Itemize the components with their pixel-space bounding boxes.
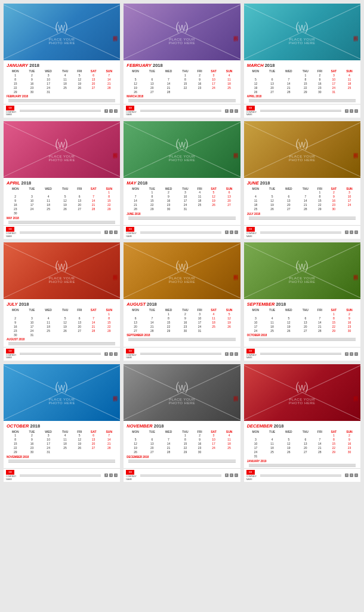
cal-day: 7 xyxy=(298,195,313,199)
cal-day: 24 xyxy=(206,446,221,450)
social-icon-t[interactable]: t xyxy=(350,230,353,234)
social-icon-in[interactable]: i xyxy=(354,473,358,477)
social-icon-t[interactable]: t xyxy=(109,473,113,477)
social-icon-f[interactable]: f xyxy=(345,230,348,234)
calendar-table: MONTUEWEDTHUFRISATSUN1234567891011121314… xyxy=(247,69,357,94)
cal-day: 6 xyxy=(280,195,298,199)
social-icon-in[interactable]: i xyxy=(235,230,238,234)
cal-day: 14 xyxy=(313,320,326,324)
cal-day: 10 xyxy=(206,77,221,81)
cal-day: 20 xyxy=(86,81,101,85)
company-name: COMPANYNAME xyxy=(126,111,136,116)
social-icon-in[interactable]: i xyxy=(354,352,358,356)
next-month-name: FEBRUARY 2018 xyxy=(7,95,28,98)
logo-box: CO xyxy=(126,349,134,353)
social-icon-t[interactable]: t xyxy=(350,473,353,477)
social-icon-t[interactable]: t xyxy=(230,109,233,113)
cal-day: 15 xyxy=(177,442,193,446)
social-icon-t[interactable]: t xyxy=(109,109,113,113)
cal-day: 4 xyxy=(247,195,265,199)
photo-area: 新图网⒲PLACE YOURPHOTO HERE xyxy=(244,121,360,178)
cal-day: 21 xyxy=(101,81,117,85)
cal-day: 22 xyxy=(101,203,117,207)
cal-day: 4 xyxy=(57,73,73,77)
cal-day: 22 xyxy=(326,446,341,450)
logo-box: CO xyxy=(126,106,134,110)
bottom-line xyxy=(140,232,221,232)
camera-icon: ⒲ xyxy=(176,20,189,36)
social-icon-in[interactable]: i xyxy=(235,473,238,477)
calendar-card-november: 新图网⒲PLACE YOURPHOTO HERENOVEMBER 2018MON… xyxy=(124,364,240,482)
cal-day: 12 xyxy=(73,77,86,81)
photo-area: 新图网⒲PLACE YOURPHOTO HERE xyxy=(4,4,120,60)
note-line xyxy=(128,460,235,460)
social-icon-t[interactable]: t xyxy=(230,352,233,356)
cal-day xyxy=(144,73,160,77)
cal-day: 9 xyxy=(7,199,24,203)
cal-day: 26 xyxy=(247,90,265,94)
social-icon-in[interactable]: i xyxy=(354,109,358,113)
social-icon-f[interactable]: f xyxy=(345,109,348,113)
cal-day: 5 xyxy=(264,195,280,199)
social-icon-in[interactable]: i xyxy=(235,109,238,113)
camera-icon: ⒲ xyxy=(55,137,68,153)
cal-day xyxy=(7,190,24,195)
cal-day: 29 xyxy=(7,450,24,454)
social-icon-in[interactable]: i xyxy=(114,352,118,356)
social-icon-f[interactable]: f xyxy=(225,230,229,234)
social-icon-t[interactable]: t xyxy=(109,352,113,356)
cal-day xyxy=(73,333,86,337)
social-icon-f[interactable]: f xyxy=(225,109,229,113)
cal-day: 16 xyxy=(24,81,40,85)
photo-placeholder: ⒲PLACE YOURPHOTO HERE xyxy=(169,380,196,405)
bottom-lines xyxy=(138,475,223,476)
social-icon-in[interactable]: i xyxy=(114,473,118,477)
social-icon-f[interactable]: f xyxy=(225,352,229,356)
social-icon-in[interactable]: i xyxy=(235,352,238,356)
cal-day xyxy=(177,90,193,94)
cal-day: 18 xyxy=(57,442,73,446)
social-icon-f[interactable]: f xyxy=(104,352,108,356)
cal-day: 17 xyxy=(206,442,221,446)
cal-day: 17 xyxy=(326,81,341,85)
cal-day: 25 xyxy=(193,203,206,207)
social-icon-t[interactable]: t xyxy=(230,473,233,477)
cal-day: 2 xyxy=(177,312,193,316)
next-month-name: APRIL 2018 xyxy=(247,95,262,98)
cal-day: 20 xyxy=(280,203,298,207)
cal-day: 16 xyxy=(7,324,24,328)
social-icon-in[interactable]: i xyxy=(354,230,358,234)
bottom-line xyxy=(260,232,341,232)
bottom-lines xyxy=(18,110,103,112)
cal-day: 13 xyxy=(73,199,86,203)
cal-day: 1 xyxy=(313,190,326,195)
bottom-line xyxy=(20,233,101,233)
cal-day: 9 xyxy=(341,438,357,442)
social-icon-t[interactable]: t xyxy=(350,352,353,356)
note-line xyxy=(128,338,235,339)
social-icon-f[interactable]: f xyxy=(225,473,229,477)
photo-area: 新图网⒲PLACE YOURPHOTO HERE xyxy=(124,121,240,178)
cal-day xyxy=(86,190,101,195)
note-line xyxy=(128,461,235,462)
cal-day: 10 xyxy=(341,195,357,199)
social-icon-t[interactable]: t xyxy=(230,230,233,234)
social-icon-f[interactable]: f xyxy=(345,352,348,356)
social-icon-f[interactable]: f xyxy=(345,473,348,477)
social-icon-t[interactable]: t xyxy=(109,230,113,234)
logo-box: CO xyxy=(6,227,14,232)
social-icon-in[interactable]: i xyxy=(114,109,118,113)
social-icons: fti xyxy=(104,230,118,234)
social-icon-f[interactable]: f xyxy=(104,473,108,477)
cal-day: 16 xyxy=(326,199,341,203)
social-icon-f[interactable]: f xyxy=(104,109,108,113)
cal-day: 21 xyxy=(313,324,326,328)
cal-day: 27 xyxy=(280,207,298,211)
social-icon-t[interactable]: t xyxy=(350,109,353,113)
note-line xyxy=(8,343,115,344)
next-month-name: SEPTEMBER 2018 xyxy=(127,334,150,337)
social-icon-f[interactable]: f xyxy=(104,230,108,234)
next-month-name: NOVEMBER 2018 xyxy=(7,456,29,459)
cal-day: 25 xyxy=(39,207,57,211)
social-icon-in[interactable]: i xyxy=(114,230,118,234)
